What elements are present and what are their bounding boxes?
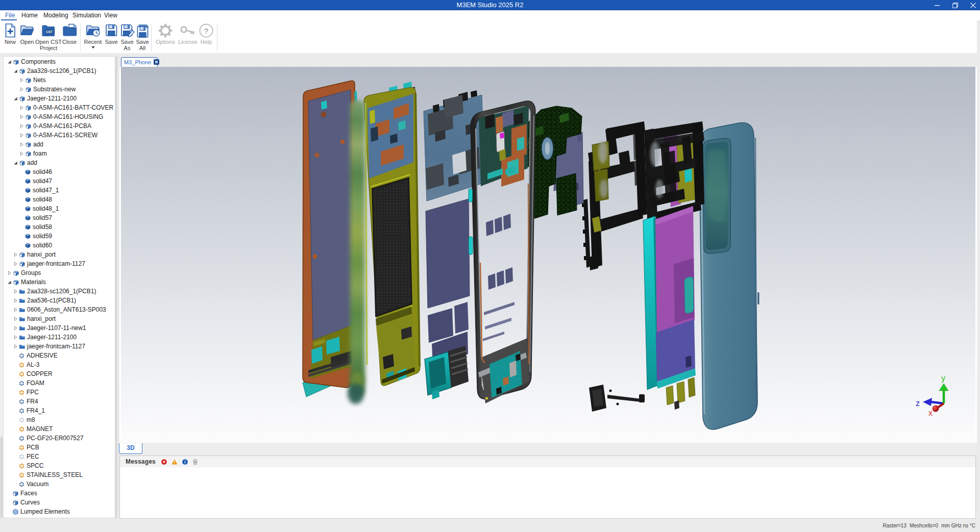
svg-text:CST: CST — [46, 30, 53, 34]
svg-text:?: ? — [204, 27, 208, 35]
svg-text:x: x — [928, 409, 933, 417]
svg-text:z: z — [916, 399, 920, 408]
svg-text:y: y — [941, 374, 945, 383]
